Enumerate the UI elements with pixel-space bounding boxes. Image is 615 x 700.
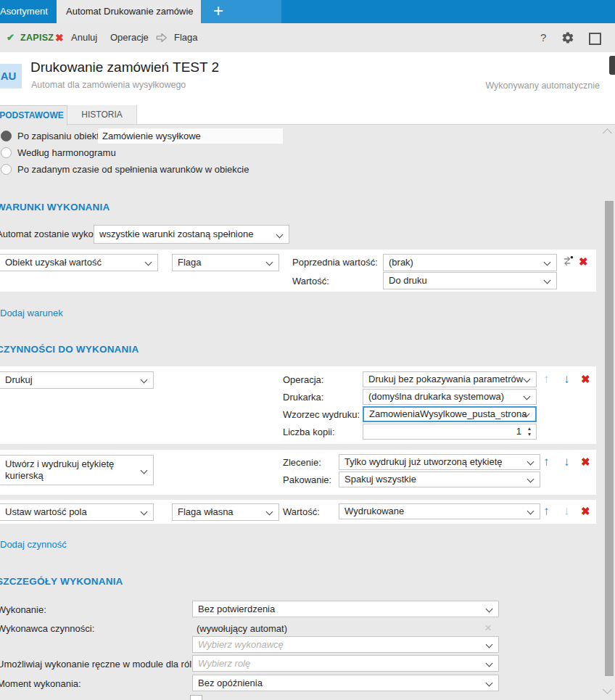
toolbar: ✔ ZAPISZ ✖ Anuluj Operacje Flaga ? (0, 23, 615, 52)
action-type-select-label[interactable]: Utwórz i wydrukuj etykietę kurierską (0, 455, 154, 485)
record-header: AU Drukowanie zamówień TEST 2 Automat dl… (0, 52, 615, 105)
executor-value: (wywołujący automat) (197, 623, 287, 634)
action-type-select-print[interactable]: Drukuj (0, 371, 154, 389)
condition-mode-select[interactable]: wszystkie warunki zostaną spełnione (94, 225, 289, 244)
tab-asortyment[interactable]: Asortyment (0, 0, 65, 23)
execution-label: Wykonanie: (0, 604, 46, 615)
execution-status: Wykonywany automatycznie (485, 81, 600, 91)
tab-historia[interactable]: HISTORIA (67, 105, 137, 124)
order-select[interactable]: Tylko wydrukuj już utworzoną etykietę (339, 454, 540, 470)
delete-action-button[interactable]: ✖ (581, 455, 590, 469)
cancel-button[interactable]: Anuluj (71, 23, 97, 52)
action-row-print: Drukuj Operacja: Drukuj bez pokazywania … (0, 366, 596, 444)
field-select[interactable]: Flaga własna (172, 503, 279, 521)
executor-label: Wykonawca czynności: (0, 623, 94, 634)
radio-harmonogram-label: Według harmonogramu (17, 147, 116, 158)
previous-value-label: Poprzednia wartość: (292, 257, 378, 268)
radio-po-zapisaniu-label: Po zapisaniu obiektu (17, 131, 104, 141)
avatar: AU (0, 64, 22, 88)
set-value-label: Wartość: (283, 506, 320, 517)
execution-select[interactable]: Bez potwierdzenia (192, 601, 499, 617)
view-tab-strip: HISTORIA (0, 105, 615, 125)
cancel-x-icon: ✖ (55, 23, 64, 52)
action-type-select-set-field[interactable]: Ustaw wartość pola (0, 503, 154, 521)
tab-automat-label: Automat Drukowanie zamówie (66, 6, 194, 17)
order-label: Zlecenie: (283, 457, 321, 468)
save-button[interactable]: ZAPISZ (20, 23, 54, 52)
move-up-button[interactable]: ↑ (543, 372, 550, 387)
operation-select[interactable]: Drukuj bez pokazywania parametrów (363, 371, 537, 387)
condition-row: Obiekt uzyskał wartość Flaga Poprzednia … (0, 250, 596, 292)
packing-label: Pakowanie: (283, 474, 331, 485)
partial-checkbox[interactable] (190, 695, 202, 700)
copies-stepper[interactable]: 1 ▲ ▼ (363, 424, 537, 440)
action-row-label: Utwórz i wydrukuj etykietę kurierską Zle… (0, 450, 596, 495)
template-label: Wzorzec wydruku: (283, 409, 360, 420)
spin-up-icon[interactable]: ▲ (526, 426, 533, 432)
move-down-button[interactable]: ↓ (564, 504, 570, 519)
clear-executor-button[interactable]: × (484, 622, 492, 634)
vertical-scrollbar-thumb[interactable] (605, 201, 614, 676)
value-label: Wartość: (292, 276, 329, 287)
spin-down-icon[interactable]: ▼ (526, 432, 533, 437)
help-button[interactable]: ? (540, 23, 546, 52)
moment-select[interactable]: Bez opóźnienia (192, 675, 499, 691)
delete-condition-button[interactable]: ✖ (579, 255, 588, 269)
printer-label: Drukarka: (283, 392, 323, 403)
move-down-button[interactable]: ↓ (564, 372, 570, 387)
page-subtitle: Automat dla zamówienia wysyłkowego (31, 80, 186, 90)
scroll-down-icon[interactable] (603, 685, 612, 694)
delete-action-button[interactable]: ✖ (581, 504, 590, 519)
action-row-set-field: Ustaw wartość pola Flaga własna Wartość:… (0, 500, 596, 524)
printer-select[interactable]: (domyślna drukarka systemowa) (363, 389, 537, 405)
swap-value-icon[interactable] (561, 255, 574, 268)
move-down-button[interactable]: ↓ (564, 455, 570, 469)
moment-label: Moment wykonania: (0, 678, 81, 689)
section-czynnosci: CZYNNOŚCI DO WYKONANIA (0, 344, 139, 355)
flag-button[interactable]: Flaga (174, 23, 198, 52)
side-flag-marker[interactable] (609, 56, 615, 75)
print-template-select[interactable]: ZamowieniaWysylkowe_pusta_strona (363, 406, 537, 422)
app-window: Asortyment Automat Drukowanie zamówie + … (0, 0, 615, 700)
operation-label: Operacja: (283, 374, 323, 385)
move-up-button[interactable]: ↑ (543, 504, 550, 519)
move-up-button[interactable]: ↑ (543, 455, 550, 469)
plus-icon: + (213, 0, 223, 22)
condition-field-select[interactable]: Flaga (172, 254, 279, 271)
spinner-buttons[interactable]: ▲ ▼ (526, 426, 533, 437)
tab-podstawowe[interactable]: PODSTAWOWE (0, 105, 67, 125)
condition-type-select[interactable]: Obiekt uzyskał wartość (0, 254, 158, 271)
flag-arrow-icon (154, 30, 169, 45)
save-check-icon: ✔ (7, 23, 15, 52)
operations-button[interactable]: Operacje (110, 23, 149, 52)
packing-select[interactable]: Spakuj wszystkie (339, 472, 540, 487)
executor-select[interactable]: Wybierz wykonawcę (192, 636, 499, 653)
add-action-link[interactable]: Dodaj czynność (0, 539, 67, 550)
previous-value-select[interactable]: (brak) (383, 254, 557, 271)
maximize-button[interactable] (589, 33, 601, 45)
set-value-select[interactable]: Wydrukowane (339, 503, 540, 519)
section-szczegoly: SZCZEGÓŁY WYKONANIA (0, 576, 123, 587)
radio-po-zapisaniu[interactable] (1, 131, 12, 141)
radio-po-zadanym-czasie-label: Po zadanym czasie od spełnienia warunków… (17, 164, 249, 175)
role-select[interactable]: Wybierz rolę (192, 655, 499, 672)
new-tab-button[interactable]: + (201, 0, 281, 23)
page-title: Drukowanie zamówień TEST 2 (30, 59, 219, 75)
radio-po-zadanym-czasie[interactable] (1, 164, 12, 175)
manual-execution-label: Umożliwiaj wykonanie ręczne w module dla… (0, 659, 194, 670)
add-condition-link[interactable]: Dodaj warunek (0, 308, 63, 318)
settings-gear-icon[interactable] (561, 31, 574, 44)
delete-action-button[interactable]: ✖ (581, 372, 590, 387)
radio-harmonogram[interactable] (1, 147, 12, 158)
section-warunki-wykonania: WARUNKI WYKONANIA (0, 202, 110, 213)
browser-tab-bar: Asortyment Automat Drukowanie zamówie + (0, 0, 615, 23)
scroll-up-icon[interactable] (603, 128, 612, 138)
object-type-field[interactable]: Zamówienie wysyłkowe (98, 128, 283, 144)
copies-label: Liczba kopii: (283, 427, 335, 437)
tab-automat-drukowanie[interactable]: Automat Drukowanie zamówie (57, 0, 210, 23)
value-select[interactable]: Do druku (383, 272, 557, 289)
